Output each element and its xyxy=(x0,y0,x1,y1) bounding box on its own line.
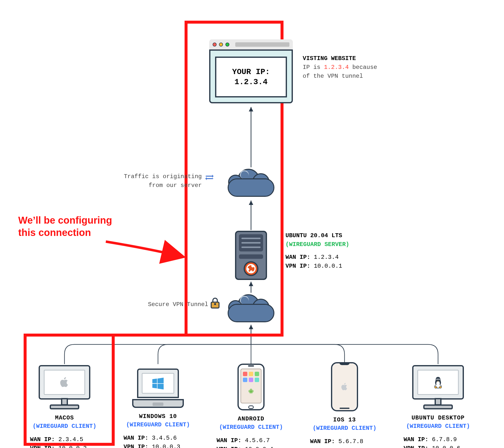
website-caption-ip: 1.2.3.4 xyxy=(324,64,349,71)
client-vpn-label: VPN IP: xyxy=(124,444,148,448)
svg-point-4 xyxy=(436,381,440,386)
client-wan-value: 6.7.8.9 xyxy=(432,436,457,443)
ubuntu-monitor-icon xyxy=(412,365,464,409)
server-caption: UBUNTU 20.04 LTS (WIREGUARD SERVER) WAN … xyxy=(286,231,349,271)
client-role: (WIREGUARD CLIENT) xyxy=(114,421,202,429)
svg-point-8 xyxy=(439,379,439,380)
website-caption-after: because xyxy=(349,64,377,71)
client-role: (WIREGUARD CLIENT) xyxy=(394,422,482,430)
server-wan: WAN IP: 1.2.3.4 xyxy=(286,253,349,262)
client-name: IOS 13 xyxy=(300,416,389,424)
server-wan-label: WAN IP: xyxy=(286,254,310,261)
client-vpn-value: 10.0.0.3 xyxy=(152,444,180,448)
client-vpn-label: VPN IP: xyxy=(30,445,55,448)
server-icon xyxy=(235,231,267,280)
config-caption-l2: this connection xyxy=(18,226,112,239)
android-phone-icon xyxy=(237,364,265,410)
config-caption-l1: We’ll be configuring xyxy=(18,214,112,226)
window-max-dot xyxy=(225,43,229,47)
your-ip-value: 1.2.3.4 xyxy=(234,77,268,87)
tunnel-caption: Secure VPN Tunnel xyxy=(137,301,208,308)
your-ip-label: YOUR IP: xyxy=(232,67,270,76)
client-macos: MACOS (WIREGUARD CLIENT) WAN IP: 2.3.4.5… xyxy=(20,365,109,448)
lock-icon xyxy=(211,298,219,308)
website-caption-line1: IP is 1.2.3.4 because xyxy=(303,63,377,72)
website-caption: VISTING WEBSITE IP is 1.2.3.4 because of… xyxy=(303,54,377,81)
iphone-icon xyxy=(331,362,358,411)
client-name: WINDOWS 10 xyxy=(114,412,202,421)
server-vpn-label: VPN IP: xyxy=(286,263,310,269)
server-subtitle: (WIREGUARD SERVER) xyxy=(286,240,349,249)
client-vpn-value: 10.0.0.6 xyxy=(432,445,460,448)
client-vpn-label: VPN IP: xyxy=(216,446,241,448)
client-windows: WINDOWS 10 (WIREGUARD CLIENT) WAN IP: 3.… xyxy=(114,369,202,448)
website-caption-before: IP is xyxy=(303,64,324,71)
bidirectional-arrow-icon xyxy=(206,176,213,179)
android-icon xyxy=(248,388,254,395)
apple-icon xyxy=(59,376,70,389)
browser-window: YOUR IP: 1.2.3.4 xyxy=(209,39,293,103)
client-vpn-label: VPN IP: xyxy=(310,447,335,448)
ubuntu-logo-icon xyxy=(244,261,258,276)
server-vpn: VPN IP: 10.0.0.1 xyxy=(286,262,349,271)
client-name: UBUNTU DESKTOP xyxy=(394,414,482,422)
client-android: ANDROID (WIREGUARD CLIENT) WAN IP: 4.5.6… xyxy=(207,364,295,448)
macos-monitor-icon xyxy=(39,365,90,409)
client-wan-value: 3.4.5.6 xyxy=(152,435,177,441)
cloud-upper-icon xyxy=(225,167,277,197)
client-wan-value: 5.6.7.8 xyxy=(338,438,363,445)
client-ios: IOS 13 (WIREGUARD CLIENT) WAN IP: 5.6.7.… xyxy=(300,362,389,448)
client-ubuntu: UBUNTU DESKTOP (WIREGUARD CLIENT) WAN IP… xyxy=(394,365,482,448)
server-wan-value: 1.2.3.4 xyxy=(314,254,339,261)
server-title: UBUNTU 20.04 LTS xyxy=(286,231,349,240)
window-min-dot xyxy=(219,43,223,47)
apple-icon xyxy=(340,382,349,392)
address-bar xyxy=(235,42,289,47)
client-wan-label: WAN IP: xyxy=(310,438,335,445)
linux-tux-icon xyxy=(433,376,443,389)
client-role: (WIREGUARD CLIENT) xyxy=(207,423,295,431)
client-name: MACOS xyxy=(20,414,109,422)
traffic-caption-l1: Traffic is originating xyxy=(101,172,202,181)
client-vpn-value: 10.0.0.2 xyxy=(58,445,87,448)
browser-content: YOUR IP: 1.2.3.4 xyxy=(215,56,287,97)
website-caption-title: VISTING WEBSITE xyxy=(303,54,377,63)
svg-point-7 xyxy=(437,379,438,380)
client-wan-value: 2.3.4.5 xyxy=(58,436,83,443)
client-role: (WIREGUARD CLIENT) xyxy=(20,422,109,430)
client-wan-label: WAN IP: xyxy=(404,436,429,443)
window-close-dot xyxy=(213,43,216,47)
client-vpn-value: 10.0.0.5 xyxy=(338,447,367,448)
config-caption: We’ll be configuring this connection xyxy=(18,214,112,239)
server-vpn-value: 10.0.0.1 xyxy=(314,263,342,269)
cloud-lower-icon xyxy=(225,293,277,322)
windows-laptop-icon xyxy=(132,369,184,408)
client-wan-value: 4.5.6.7 xyxy=(245,437,270,444)
client-wan-label: WAN IP: xyxy=(124,435,148,441)
traffic-caption: Traffic is originating from our server xyxy=(101,172,202,190)
client-wan-label: WAN IP: xyxy=(30,436,55,443)
client-wan-label: WAN IP: xyxy=(216,437,241,444)
client-vpn-label: VPN IP: xyxy=(404,445,429,448)
traffic-caption-l2: from our server xyxy=(101,181,202,190)
website-caption-line2: of the VPN tunnel xyxy=(303,72,377,81)
windows-icon xyxy=(152,377,164,390)
client-role: (WIREGUARD CLIENT) xyxy=(300,424,389,432)
client-name: ANDROID xyxy=(207,415,295,423)
client-vpn-value: 10.0.0.4 xyxy=(245,446,273,448)
